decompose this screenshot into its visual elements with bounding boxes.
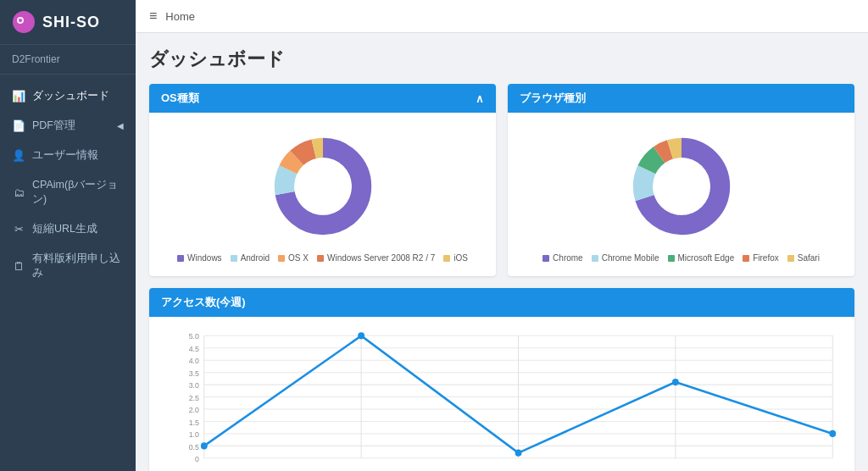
sidebar-item-pdf[interactable]: 📄 PDF管理 ◀ bbox=[0, 111, 136, 141]
url-icon: ✂ bbox=[12, 223, 25, 236]
svg-text:4.0: 4.0 bbox=[189, 357, 199, 365]
legend-dot bbox=[592, 255, 598, 262]
svg-point-0 bbox=[13, 11, 35, 33]
os-chart-header: OS種類 ∧ bbox=[149, 84, 496, 113]
legend-label: Windows bbox=[187, 253, 222, 263]
legend-dot bbox=[231, 255, 237, 262]
content-area: ダッシュボード OS種類 ∧ bbox=[136, 33, 868, 471]
sidebar-logo: SHI-SO bbox=[0, 0, 136, 45]
legend-item: Chrome Mobile bbox=[592, 253, 659, 263]
legend-dot bbox=[668, 255, 675, 262]
legend-item: Windows bbox=[177, 253, 222, 263]
sidebar: SHI-SO D2Frontier 📊 ダッシュボード 📄 PDF管理 ◀ 👤 … bbox=[0, 0, 136, 471]
svg-text:1.0: 1.0 bbox=[189, 430, 199, 439]
browser-donut-svg bbox=[626, 131, 737, 241]
svg-point-2 bbox=[19, 19, 22, 22]
legend-item: Firefox bbox=[743, 253, 779, 263]
legend-dot bbox=[443, 255, 450, 262]
svg-point-49 bbox=[672, 379, 679, 385]
svg-point-47 bbox=[358, 332, 364, 339]
svg-text:2.5: 2.5 bbox=[189, 393, 199, 402]
access-line-chart-svg: 5.0 4.5 4.0 3.5 3.0 2.5 2.0 1.5 1.0 0.5 … bbox=[163, 327, 841, 463]
os-chart-body: Windows Android OS X Windows Server bbox=[149, 113, 496, 276]
os-chart-title: OS種類 bbox=[161, 91, 199, 106]
cpaim-icon: 🗂 bbox=[12, 186, 25, 199]
page-title: ダッシュボード bbox=[149, 47, 854, 72]
sidebar-item-label: CPAim(βバージョン) bbox=[32, 178, 124, 207]
legend-label: Microsoft Edge bbox=[678, 253, 735, 263]
svg-text:5.0: 5.0 bbox=[189, 332, 199, 341]
legend-label: Android bbox=[241, 253, 270, 263]
svg-text:1.5: 1.5 bbox=[189, 418, 199, 426]
os-chart-collapse-icon[interactable]: ∧ bbox=[476, 92, 484, 105]
legend-label: Safari bbox=[798, 253, 820, 263]
logo-text: SHI-SO bbox=[42, 14, 100, 31]
svg-point-48 bbox=[515, 450, 522, 457]
sidebar-item-paid[interactable]: 🗒 有料版利用申し込み bbox=[0, 244, 136, 288]
charts-row: OS種類 ∧ bbox=[149, 84, 854, 276]
sidebar-item-label: ユーザー情報 bbox=[32, 148, 124, 163]
dashboard-icon: 📊 bbox=[12, 90, 25, 103]
svg-point-46 bbox=[201, 442, 208, 449]
paid-icon: 🗒 bbox=[12, 260, 25, 273]
shiso-logo-icon bbox=[12, 10, 36, 34]
svg-text:3.5: 3.5 bbox=[189, 369, 199, 378]
pdf-icon: 📄 bbox=[12, 119, 25, 132]
legend-label: Firefox bbox=[753, 253, 779, 263]
svg-text:2024-11-10: 2024-11-10 bbox=[185, 462, 223, 463]
svg-text:2.0: 2.0 bbox=[189, 406, 199, 414]
sidebar-item-label: 短縮URL生成 bbox=[32, 222, 124, 236]
access-chart-body: 5.0 4.5 4.0 3.5 3.0 2.5 2.0 1.5 1.0 0.5 … bbox=[149, 317, 854, 471]
browser-chart-card: ブラウザ種別 bbox=[508, 84, 854, 276]
sidebar-nav: 📊 ダッシュボード 📄 PDF管理 ◀ 👤 ユーザー情報 🗂 CPAim(βバー… bbox=[0, 75, 136, 471]
sidebar-item-label: PDF管理 bbox=[32, 119, 110, 133]
legend-dot bbox=[787, 255, 794, 262]
os-donut-svg bbox=[268, 131, 378, 241]
browser-chart-legend: Chrome Chrome Mobile Microsoft Edge bbox=[542, 250, 820, 266]
os-donut-chart bbox=[268, 131, 378, 241]
breadcrumb: Home bbox=[165, 10, 195, 23]
svg-text:3.0: 3.0 bbox=[189, 381, 199, 390]
legend-item: Windows Server 2008 R2 / 7 bbox=[317, 253, 435, 263]
sidebar-item-label: 有料版利用申し込み bbox=[32, 252, 124, 280]
legend-dot bbox=[542, 255, 549, 262]
legend-label: Chrome bbox=[553, 253, 583, 263]
legend-dot bbox=[317, 255, 324, 262]
browser-chart-title: ブラウザ種別 bbox=[520, 91, 586, 106]
svg-text:0.5: 0.5 bbox=[189, 442, 199, 451]
sidebar-item-cpaim[interactable]: 🗂 CPAim(βバージョン) bbox=[0, 170, 136, 214]
sidebar-item-url[interactable]: ✂ 短縮URL生成 bbox=[0, 214, 136, 244]
browser-donut-chart bbox=[626, 131, 737, 241]
main-content: ≡ Home ダッシュボード OS種類 ∧ bbox=[136, 0, 868, 471]
sidebar-brand: D2Frontier bbox=[0, 45, 136, 75]
legend-item: Chrome bbox=[542, 253, 583, 263]
user-icon: 👤 bbox=[12, 149, 25, 162]
browser-chart-header: ブラウザ種別 bbox=[508, 84, 854, 113]
svg-text:2024-11-12: 2024-11-12 bbox=[499, 462, 537, 463]
svg-point-8 bbox=[294, 158, 352, 215]
access-chart-header: アクセス数(今週) bbox=[149, 288, 854, 317]
legend-item: Android bbox=[231, 253, 270, 263]
svg-point-50 bbox=[829, 430, 836, 437]
os-chart-card: OS種類 ∧ bbox=[149, 84, 496, 276]
legend-item: OS X bbox=[278, 253, 309, 263]
access-chart-card: アクセス数(今週) bbox=[149, 288, 854, 471]
browser-chart-body: Chrome Chrome Mobile Microsoft Edge bbox=[508, 113, 854, 276]
legend-dot bbox=[177, 255, 184, 262]
topbar: ≡ Home bbox=[136, 0, 868, 33]
svg-text:2024-11-13: 2024-11-13 bbox=[656, 462, 694, 463]
legend-dot bbox=[278, 255, 285, 262]
sidebar-item-label: ダッシュボード bbox=[32, 89, 124, 103]
sidebar-item-dashboard[interactable]: 📊 ダッシュボード bbox=[0, 81, 136, 111]
legend-label: Chrome Mobile bbox=[602, 253, 659, 263]
svg-text:2024-11-11: 2024-11-11 bbox=[342, 462, 381, 463]
hamburger-icon[interactable]: ≡ bbox=[149, 8, 157, 24]
access-chart-title: アクセス数(今週) bbox=[161, 295, 246, 310]
sidebar-item-user[interactable]: 👤 ユーザー情報 bbox=[0, 141, 136, 170]
legend-item: iOS bbox=[443, 253, 468, 263]
legend-label: iOS bbox=[453, 253, 468, 263]
os-chart-legend: Windows Android OS X Windows Server bbox=[177, 250, 468, 266]
legend-item: Safari bbox=[787, 253, 820, 263]
legend-label: Windows Server 2008 R2 / 7 bbox=[327, 253, 435, 263]
legend-item: Microsoft Edge bbox=[668, 253, 735, 263]
